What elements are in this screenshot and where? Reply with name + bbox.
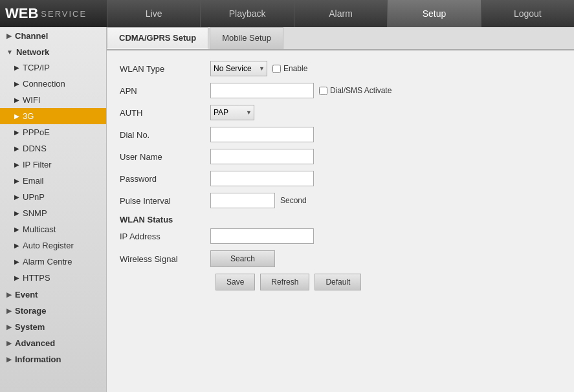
username-input[interactable] <box>210 149 314 164</box>
sidebar-item-multicast-label: Multicast <box>23 224 56 234</box>
sidebar-item-connection-label: Connection <box>23 79 65 89</box>
sidebar-item-tcpip[interactable]: ▶ TCP/IP <box>0 60 106 76</box>
sidebar-item-autoregister[interactable]: ▶ Auto Register <box>0 237 106 254</box>
sidebar-item-wifi[interactable]: ▶ WIFI <box>0 92 106 108</box>
dial-no-control <box>210 127 314 142</box>
content-area: CDMA/GPRS Setup Mobile Setup WLAN Type N… <box>107 27 574 392</box>
sidebar-item-https[interactable]: ▶ HTTPS <box>0 270 106 286</box>
auth-select[interactable]: PAP CHAP No Auth <box>210 105 254 120</box>
sidebar-item-alarmcentre[interactable]: ▶ Alarm Centre <box>0 254 106 270</box>
auth-control: PAP CHAP No Auth <box>210 105 254 120</box>
dial-no-input[interactable] <box>210 127 314 142</box>
sidebar-item-email-label: Email <box>23 176 44 186</box>
pulse-interval-control: Second <box>210 193 307 208</box>
event-arrow-icon: ▶ <box>6 291 12 298</box>
apn-label: APN <box>120 86 210 96</box>
header: WEB SERVICE Live Playback Alarm Setup Lo… <box>0 0 574 27</box>
password-input[interactable] <box>210 171 314 186</box>
logo-service: SERVICE <box>41 9 87 19</box>
sidebar-item-ipfilter[interactable]: ▶ IP Filter <box>0 157 106 173</box>
tab-logout[interactable]: Logout <box>481 0 574 27</box>
channel-arrow-icon: ▶ <box>6 32 12 39</box>
pulse-unit: Second <box>280 196 307 205</box>
password-control <box>210 171 314 186</box>
pulse-interval-label: Pulse Interval <box>120 196 210 206</box>
tab-playback[interactable]: Playback <box>200 0 293 27</box>
alarmcentre-arrow-icon: ▶ <box>14 258 19 265</box>
sidebar-section-channel-label: Channel <box>15 31 48 41</box>
enable-checkbox[interactable] <box>272 65 281 73</box>
sidebar-item-3g-label: 3G <box>23 111 34 121</box>
sidebar-item-connection[interactable]: ▶ Connection <box>0 76 106 92</box>
username-row: User Name <box>120 149 561 164</box>
enable-checkbox-label[interactable]: Enable <box>272 64 307 73</box>
dial-no-label: Dial No. <box>120 130 210 140</box>
pppoe-arrow-icon: ▶ <box>14 129 19 136</box>
sidebar: ▶ Channel ▼ Network ▶ TCP/IP ▶ Connectio… <box>0 27 107 392</box>
storage-arrow-icon: ▶ <box>6 307 12 314</box>
tab-live[interactable]: Live <box>107 0 200 27</box>
sidebar-section-network[interactable]: ▼ Network <box>0 43 106 60</box>
wlan-type-select-wrapper[interactable]: No Service CDMA GPRS WCDMA TD-SCDMA EVDO… <box>210 61 267 76</box>
auth-select-wrapper[interactable]: PAP CHAP No Auth <box>210 105 254 120</box>
form-area: WLAN Type No Service CDMA GPRS WCDMA TD-… <box>107 50 574 301</box>
sidebar-item-upnp[interactable]: ▶ UPnP <box>0 189 106 205</box>
pulse-interval-input[interactable] <box>210 193 275 208</box>
sidebar-item-ddns[interactable]: ▶ DDNS <box>0 140 106 157</box>
autoregister-arrow-icon: ▶ <box>14 242 19 249</box>
sidebar-section-advanced[interactable]: ▶ Advanced <box>0 334 106 351</box>
logo-web: WEB <box>5 5 38 22</box>
https-arrow-icon: ▶ <box>14 274 19 281</box>
password-label: Password <box>120 174 210 184</box>
search-button[interactable]: Search <box>210 250 275 267</box>
3g-arrow-icon: ▶ <box>14 113 19 120</box>
sidebar-item-pppoe[interactable]: ▶ PPPoE <box>0 124 106 140</box>
ip-address-label: IP Address <box>120 232 210 241</box>
sidebar-item-ipfilter-label: IP Filter <box>23 160 52 169</box>
sidebar-section-event[interactable]: ▶ Event <box>0 286 106 302</box>
dial-sms-checkbox[interactable] <box>319 87 327 95</box>
sidebar-section-system[interactable]: ▶ System <box>0 318 106 334</box>
sidebar-item-tcpip-label: TCP/IP <box>23 63 50 72</box>
sidebar-section-storage[interactable]: ▶ Storage <box>0 302 106 318</box>
snmp-arrow-icon: ▶ <box>14 210 19 217</box>
wireless-signal-row: Wireless Signal Search <box>120 250 561 267</box>
refresh-button[interactable]: Refresh <box>260 274 309 290</box>
sidebar-section-network-label: Network <box>16 47 49 57</box>
advanced-arrow-icon: ▶ <box>6 340 12 347</box>
default-button[interactable]: Default <box>315 274 361 290</box>
wifi-arrow-icon: ▶ <box>14 96 19 103</box>
wlan-type-select[interactable]: No Service CDMA GPRS WCDMA TD-SCDMA EVDO… <box>210 61 267 76</box>
upnp-arrow-icon: ▶ <box>14 193 19 201</box>
password-row: Password <box>120 171 561 186</box>
dial-sms-label[interactable]: Dial/SMS Activate <box>319 86 392 95</box>
sidebar-item-multicast[interactable]: ▶ Multicast <box>0 221 106 237</box>
sidebar-item-alarmcentre-label: Alarm Centre <box>23 257 72 267</box>
save-button[interactable]: Save <box>215 274 255 290</box>
logo: WEB SERVICE <box>0 5 107 22</box>
sidebar-item-pppoe-label: PPPoE <box>23 127 50 137</box>
enable-label: Enable <box>283 64 307 73</box>
sidebar-section-information[interactable]: ▶ Information <box>0 351 106 367</box>
sidebar-item-3g[interactable]: ▶ 3G <box>0 108 106 124</box>
information-arrow-icon: ▶ <box>6 356 12 363</box>
sidebar-item-snmp[interactable]: ▶ SNMP <box>0 205 106 221</box>
ip-address-control <box>210 228 314 244</box>
network-arrow-icon: ▼ <box>6 49 13 56</box>
nav-tabs: Live Playback Alarm Setup Logout <box>107 0 574 27</box>
tab-setup[interactable]: Setup <box>387 0 480 27</box>
wlan-type-row: WLAN Type No Service CDMA GPRS WCDMA TD-… <box>120 61 561 76</box>
ipfilter-arrow-icon: ▶ <box>14 161 19 168</box>
wireless-signal-control: Search <box>210 250 275 267</box>
sidebar-item-email[interactable]: ▶ Email <box>0 173 106 189</box>
sidebar-item-https-label: HTTPS <box>23 273 50 283</box>
tab-alarm[interactable]: Alarm <box>294 0 387 27</box>
ip-address-row: IP Address <box>120 228 561 244</box>
apn-input[interactable] <box>210 83 314 98</box>
sidebar-section-channel[interactable]: ▶ Channel <box>0 27 106 43</box>
ip-address-input[interactable] <box>210 228 314 244</box>
action-buttons: Save Refresh Default <box>215 274 561 290</box>
tab-cdma-gprs-setup[interactable]: CDMA/GPRS Setup <box>107 27 208 49</box>
sidebar-item-autoregister-label: Auto Register <box>23 241 74 250</box>
tab-mobile-setup[interactable]: Mobile Setup <box>210 27 283 49</box>
